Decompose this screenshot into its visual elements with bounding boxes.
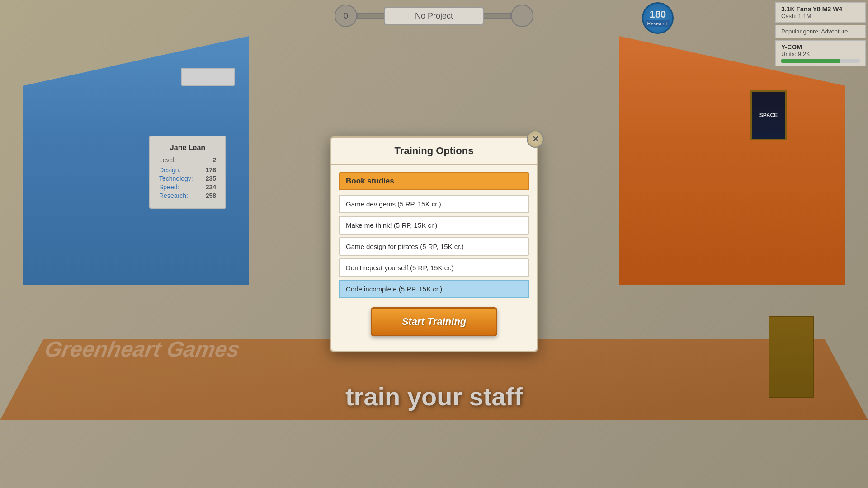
modal-close-button[interactable]: ✕ (527, 131, 544, 148)
training-option-3[interactable]: Game design for pirates (5 RP, 15K cr.) (339, 237, 529, 256)
start-training-button[interactable]: Start Training (371, 307, 497, 336)
training-options-list: Game dev gems (5 RP, 15K cr.) Make me th… (339, 195, 529, 298)
training-option-5[interactable]: Code incomplete (5 RP, 15K cr.) (339, 280, 529, 298)
training-options-modal: ✕ Training Options Book studies Game dev… (330, 136, 538, 352)
modal-header: Training Options (331, 138, 537, 165)
modal-title: Training Options (340, 145, 528, 157)
training-option-1[interactable]: Game dev gems (5 RP, 15K cr.) (339, 195, 529, 213)
book-studies-header: Book studies (339, 172, 529, 190)
modal-overlay: ✕ Training Options Book studies Game dev… (0, 0, 868, 488)
training-option-2[interactable]: Make me think! (5 RP, 15K cr.) (339, 216, 529, 235)
training-option-4[interactable]: Don't repeat yourself (5 RP, 15K cr.) (339, 258, 529, 277)
modal-body: Book studies Game dev gems (5 RP, 15K cr… (331, 165, 537, 351)
